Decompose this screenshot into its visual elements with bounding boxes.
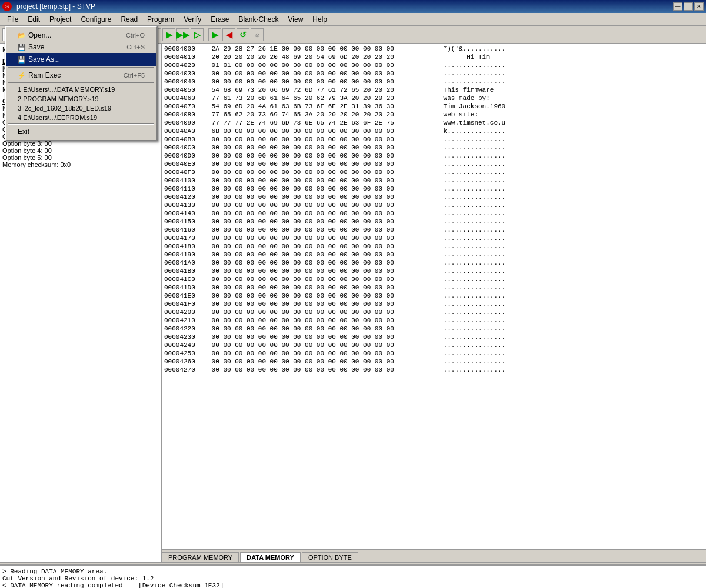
menu-open[interactable]: 📂 Open... Ctrl+O xyxy=(6,29,156,41)
menu-save[interactable]: 💾 Save Ctrl+S xyxy=(6,41,156,53)
hex-ascii: ................ xyxy=(439,259,505,267)
hex-ascii: Tim Jackson.1960 xyxy=(439,102,505,111)
hex-row: 00004200 00 00 00 00 00 00 00 00 00 00 0… xyxy=(164,308,704,316)
hex-content: 00004000 2A 29 28 27 26 1E 00 00 00 00 0… xyxy=(162,44,706,375)
toolbar-btn-13[interactable]: ⌀ xyxy=(251,28,264,41)
hex-ascii: k............... xyxy=(439,127,505,135)
hex-row: 00004110 00 00 00 00 00 00 00 00 00 00 0… xyxy=(164,185,704,193)
hex-row: 00004270 00 00 00 00 00 00 00 00 00 00 0… xyxy=(164,366,704,374)
hex-row: 000040E0 00 00 00 00 00 00 00 00 00 00 0… xyxy=(164,160,704,168)
hex-ascii: ................ xyxy=(439,275,505,283)
menu-project[interactable]: Project xyxy=(45,14,76,25)
hex-row: 00004120 00 00 00 00 00 00 00 00 00 00 0… xyxy=(164,193,704,201)
hex-bytes: 00 00 00 00 00 00 00 00 00 00 00 00 00 0… xyxy=(208,201,437,209)
hex-ascii: ................ xyxy=(439,160,505,168)
menu-separator-2 xyxy=(8,82,154,83)
hex-bytes: 6B 00 00 00 00 00 00 00 00 00 00 00 00 0… xyxy=(208,127,437,135)
hex-addr: 000040B0 xyxy=(164,135,205,143)
tab-data-memory[interactable]: DATA MEMORY xyxy=(240,552,301,562)
menu-erase[interactable]: Erase xyxy=(206,14,234,25)
hex-addr: 00004010 xyxy=(164,53,205,61)
hex-addr: 000041C0 xyxy=(164,275,205,283)
hex-ascii: ................ xyxy=(439,250,505,259)
hex-row: 000041F0 00 00 00 00 00 00 00 00 00 00 0… xyxy=(164,300,704,308)
hex-row: 00004010 20 20 20 20 20 20 48 69 20 54 6… xyxy=(164,53,704,61)
hex-addr: 000041A0 xyxy=(164,259,205,267)
hex-bytes: 54 68 69 73 20 66 69 72 6D 77 61 72 65 2… xyxy=(208,86,437,94)
hex-row: 00004030 00 00 00 00 00 00 00 00 00 00 0… xyxy=(164,69,704,78)
menu-exit[interactable]: Exit xyxy=(6,126,156,138)
hex-addr: 000041B0 xyxy=(164,267,205,275)
hex-ascii: ................ xyxy=(439,358,505,366)
hex-row: 00004150 00 00 00 00 00 00 00 00 00 00 0… xyxy=(164,218,704,226)
hex-row: 00004180 00 00 00 00 00 00 00 00 00 00 0… xyxy=(164,242,704,250)
menu-separator-3 xyxy=(8,123,154,125)
hex-ascii: web site: xyxy=(439,111,505,119)
hex-addr: 00004050 xyxy=(164,86,205,94)
menu-view[interactable]: View xyxy=(284,14,308,25)
toolbar-btn-7[interactable]: ▶ xyxy=(162,28,175,41)
menu-verify[interactable]: Verify xyxy=(179,14,206,25)
hex-ascii: ................ xyxy=(439,234,505,242)
menu-help[interactable]: Help xyxy=(308,14,332,25)
menu-ram-exec[interactable]: ⚡ Ram Exec Ctrl+F5 xyxy=(6,69,156,81)
hex-addr: 000040D0 xyxy=(164,152,205,160)
hex-bytes: 00 00 00 00 00 00 00 00 00 00 00 00 00 0… xyxy=(208,143,437,152)
hex-addr: 00004040 xyxy=(164,78,205,86)
log-line: Cut Version and Revision of device: 1.2 xyxy=(2,575,704,582)
maximize-button[interactable]: □ xyxy=(684,2,693,11)
hex-ascii: ................ xyxy=(439,267,505,275)
titlebar: S project [temp.stp] - STVP — □ ✕ xyxy=(0,0,706,13)
hex-ascii: was made by: xyxy=(439,94,505,102)
hex-bytes: 00 00 00 00 00 00 00 00 00 00 00 00 00 0… xyxy=(208,308,437,316)
tab-option-byte[interactable]: OPTION BYTE xyxy=(302,552,358,562)
hex-addr: 00004250 xyxy=(164,349,205,358)
toolbar-btn-9[interactable]: ▷ xyxy=(191,28,204,41)
hex-row: 00004160 00 00 00 00 00 00 00 00 00 00 0… xyxy=(164,226,704,234)
menu-blank-check[interactable]: Blank-Check xyxy=(234,14,284,25)
hex-ascii: ................ xyxy=(439,218,505,226)
hex-addr: 00004000 xyxy=(164,45,205,53)
hex-bytes: 00 00 00 00 00 00 00 00 00 00 00 00 00 0… xyxy=(208,69,437,78)
recent-file-4[interactable]: 4 E:\Users\...\EEPROM.s19 xyxy=(6,113,156,122)
hex-bytes: 00 00 00 00 00 00 00 00 00 00 00 00 00 0… xyxy=(208,242,437,250)
titlebar-controls[interactable]: — □ ✕ xyxy=(673,2,704,11)
toolbar-btn-11[interactable]: ◀ xyxy=(222,28,235,41)
option-byte-item: Option byte 5: 00 xyxy=(2,154,159,161)
hex-bytes: 77 61 73 20 6D 61 64 65 20 62 79 3A 20 2… xyxy=(208,94,437,102)
toolbar-btn-8[interactable]: ▶▶ xyxy=(176,28,189,41)
hex-row: 000040F0 00 00 00 00 00 00 00 00 00 00 0… xyxy=(164,168,704,176)
hex-ascii: ................ xyxy=(439,193,505,201)
hex-addr: 000041F0 xyxy=(164,300,205,308)
menu-edit[interactable]: Edit xyxy=(23,14,45,25)
menu-configure[interactable]: Configure xyxy=(76,14,116,25)
hex-row: 00004220 00 00 00 00 00 00 00 00 00 00 0… xyxy=(164,325,704,333)
menubar: File Edit Project Configure Read Program… xyxy=(0,13,706,26)
menu-program[interactable]: Program xyxy=(142,14,179,25)
hex-addr: 00004260 xyxy=(164,358,205,366)
log-panel: > Reading DATA MEMORY area.Cut Version a… xyxy=(0,564,706,588)
hex-addr: 00004160 xyxy=(164,226,205,234)
hex-addr: 00004060 xyxy=(164,94,205,102)
minimize-button[interactable]: — xyxy=(673,2,682,11)
tab-program-memory[interactable]: PROGRAM MEMORY xyxy=(162,552,239,562)
menu-file[interactable]: File xyxy=(2,14,23,25)
toolbar-btn-12[interactable]: ↺ xyxy=(237,28,249,41)
close-button[interactable]: ✕ xyxy=(694,2,704,11)
hex-ascii: ................ xyxy=(439,283,505,292)
menu-separator-1 xyxy=(8,67,154,68)
log-line: < DATA MEMORY reading completed -- [Devi… xyxy=(2,582,704,588)
hex-bytes: 00 00 00 00 00 00 00 00 00 00 00 00 00 0… xyxy=(208,250,437,259)
toolbar-btn-10[interactable]: ▶ xyxy=(208,28,221,41)
recent-file-3[interactable]: 3 i2c_lcd_1602_18b20_LED.s19 xyxy=(6,103,156,113)
hex-ascii: This firmware xyxy=(439,86,505,94)
hex-row: 00004090 77 77 77 2E 74 69 6D 73 6E 65 7… xyxy=(164,119,704,127)
hex-bytes: 00 00 00 00 00 00 00 00 00 00 00 00 00 0… xyxy=(208,193,437,201)
recent-file-1[interactable]: 1 E:\Users\...\DATA MEMORY.s19 xyxy=(6,85,156,94)
hex-bytes: 00 00 00 00 00 00 00 00 00 00 00 00 00 0… xyxy=(208,325,437,333)
hex-ascii: ................ xyxy=(439,308,505,316)
menu-read[interactable]: Read xyxy=(116,14,142,25)
hex-addr: 00004140 xyxy=(164,209,205,218)
recent-file-2[interactable]: 2 PROGRAM MEMORY.s19 xyxy=(6,94,156,103)
menu-save-as[interactable]: 💾 Save As... xyxy=(6,53,156,66)
